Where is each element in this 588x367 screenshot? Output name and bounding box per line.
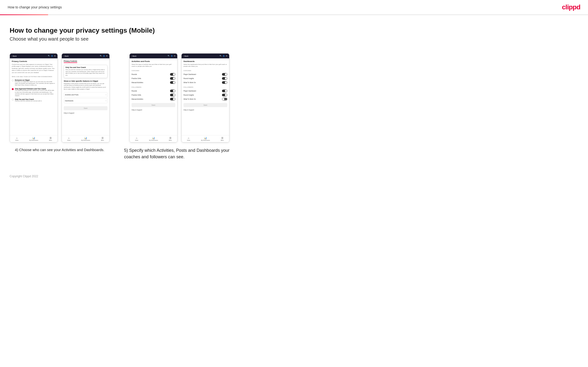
followers-work-on-label: What To Work On <box>183 98 196 100</box>
nav-performance-label-2: My Performance <box>81 140 90 141</box>
phone-4-title: Dashboards <box>183 60 227 62</box>
menu-dashboards[interactable]: Dashboards › <box>64 98 107 103</box>
coaches-work-on-toggle[interactable] <box>222 81 227 84</box>
phone-3-body: Activities and Posts Select the types of… <box>130 58 177 135</box>
nav-home-label-4: Home <box>187 140 190 141</box>
nav-menu-1[interactable]: ☰ Menu <box>49 137 52 141</box>
back-label-2: Back <box>65 55 69 57</box>
phone-1-bottom-nav: ⌂ Home 📊 My Performance ☰ Menu <box>10 135 58 142</box>
radio-followers-desc: Only approved followers and coaches you … <box>15 90 56 97</box>
followers-rounds-toggle[interactable] <box>170 90 175 92</box>
nav-menu-label-4: Menu <box>221 140 224 141</box>
show-hide-title: Show or hide specific features in Clippd <box>64 80 107 82</box>
followers-player-dash-toggle[interactable] <box>222 90 227 92</box>
followers-player-dash-label: Player Dashboard <box>183 90 196 92</box>
coaches-manual-toggle[interactable] <box>170 81 175 84</box>
nav-home-4[interactable]: ⌂ Home <box>187 137 190 141</box>
radio-only-coach[interactable]: Only You and Your Coach Only you and the… <box>12 98 56 103</box>
phone-3: ‹ Back 🔍 👤 ⚙ Activities and Posts Select… <box>129 53 177 142</box>
save-btn-4[interactable]: Save <box>183 103 227 107</box>
coaches-label-3: COACHES <box>131 70 175 71</box>
phone-2-tab[interactable]: Privacy Controls <box>64 60 77 63</box>
coaches-work-on-label: What To Work On <box>183 82 196 83</box>
back-chevron-icon-3: ‹ <box>131 55 132 57</box>
nav-home-label-1: Home <box>15 140 18 141</box>
coaches-rounds-toggle[interactable] <box>170 73 175 76</box>
nav-performance-4[interactable]: 📊 My Performance <box>201 137 210 141</box>
radio-everyone-title: Everyone on Clippd <box>15 79 56 81</box>
followers-work-on-toggle[interactable] <box>222 98 227 100</box>
followers-label-4: FOLLOWERS <box>183 86 227 88</box>
followers-drills-toggle[interactable] <box>170 94 175 96</box>
followers-manual-toggle[interactable] <box>170 98 175 100</box>
radio-everyone-desc: Everyone on Clippd can search for you an… <box>15 81 56 86</box>
phone-4-back: ‹ Back <box>183 55 188 57</box>
phone-3-bottom-nav: ⌂ Home 📊 My Performance ☰ Menu <box>130 135 177 142</box>
show-hide-desc: Regardless of the privacy controls that … <box>64 83 107 90</box>
home-icon-3: ⌂ <box>136 137 137 139</box>
nav-performance-1[interactable]: 📊 My Performance <box>29 137 38 141</box>
home-icon-1: ⌂ <box>16 137 17 139</box>
radio-followers-title: Only Approved Followers and Your Coach <box>15 88 56 90</box>
followers-round-insights-label: Round Insights <box>183 94 194 96</box>
nav-home-2[interactable]: ⌂ Home <box>67 137 70 141</box>
phone-1-back: ‹ Back <box>12 55 17 57</box>
nav-menu-2[interactable]: ☰ Menu <box>101 137 104 141</box>
back-chevron-icon: ‹ <box>12 55 12 57</box>
top-bar: How to change your privacy settings clip… <box>0 0 588 15</box>
followers-rounds-label: Rounds <box>131 90 137 92</box>
screenshots-container: ‹ Back 🔍 👤 ⚙ Privacy Controls Control ho… <box>10 53 578 160</box>
coaches-drills-label: Practice Drills <box>131 78 141 79</box>
coaches-round-insights-toggle[interactable] <box>222 77 227 80</box>
page-heading: How to change your privacy settings (Mob… <box>10 27 578 34</box>
nav-menu-3[interactable]: ☰ Menu <box>169 137 172 141</box>
save-btn-3[interactable]: Save <box>131 103 175 107</box>
radio-circle-everyone <box>12 80 14 81</box>
main-content: How to change your privacy settings (Mob… <box>0 15 588 170</box>
nav-menu-label-1: Menu <box>49 140 52 141</box>
followers-round-insights-toggle[interactable] <box>222 94 227 96</box>
phones-pair-right: ‹ Back 🔍 👤 ⚙ Activities and Posts Select… <box>129 53 229 142</box>
coaches-player-dash-label: Player Dashboard <box>183 74 196 75</box>
caption-right-text: 5) Specify which Activities, Posts and D… <box>124 148 229 159</box>
nav-home-1[interactable]: ⌂ Home <box>15 137 18 141</box>
popup-desc: Only you and the coaches you connect wit… <box>65 69 106 76</box>
nav-performance-label-3: My Performance <box>149 140 158 141</box>
chart-icon-4: 📊 <box>204 137 207 139</box>
phone-1-section-title: Privacy Controls <box>12 60 56 62</box>
menu-dashboards-label: Dashboards <box>65 100 73 102</box>
followers-manual-row: Manual Activities <box>131 97 175 101</box>
radio-circle-followers-coach <box>12 88 14 90</box>
coaches-drills-row: Practice Drills <box>131 76 175 80</box>
coaches-drills-toggle[interactable] <box>170 77 175 80</box>
search-icon-2: 🔍 <box>100 55 102 57</box>
settings-icon-2: ⚙ <box>106 55 107 57</box>
footer: Copyright Clippd 2022 <box>0 170 588 183</box>
save-btn-2[interactable]: Save <box>64 106 107 110</box>
logo: clippd <box>562 3 580 11</box>
followers-round-insights-row: Round Insights <box>183 93 227 97</box>
person-icon-3: 👤 <box>171 55 173 57</box>
menu-activities-arrow: › <box>106 94 106 96</box>
radio-everyone[interactable]: Everyone on Clippd Everyone on Clippd ca… <box>12 78 56 87</box>
nav-performance-2[interactable]: 📊 My Performance <box>81 137 90 141</box>
phone-2-back: ‹ Back <box>64 55 69 57</box>
coaches-player-dash-toggle[interactable] <box>222 73 227 76</box>
nav-menu-4[interactable]: ☰ Menu <box>221 137 224 141</box>
phone-2-icons: 🔍 👤 ⚙ <box>100 55 107 57</box>
radio-followers-coach[interactable]: Only Approved Followers and Your Coach O… <box>12 87 56 98</box>
help-support-4: Help & Support <box>183 109 227 111</box>
nav-performance-3[interactable]: 📊 My Performance <box>149 137 158 141</box>
left-section: ‹ Back 🔍 👤 ⚙ Privacy Controls Control ho… <box>10 53 110 153</box>
phone-1-header: ‹ Back 🔍 👤 ⚙ <box>10 54 58 58</box>
caption-left-text: 4) Choose who can see your Activities an… <box>15 148 104 152</box>
settings-icon-3: ⚙ <box>174 55 175 57</box>
nav-home-3[interactable]: ⌂ Home <box>135 137 138 141</box>
radio-only-coach-title: Only You and Your Coach <box>15 99 42 100</box>
phone-3-back: ‹ Back <box>131 55 136 57</box>
search-icon-3: 🔍 <box>168 55 170 57</box>
coaches-label-4: COACHES <box>183 70 227 71</box>
menu-activities[interactable]: Activities and Posts › <box>64 92 107 97</box>
back-chevron-icon-4: ‹ <box>183 55 184 57</box>
person-icon: 👤 <box>51 55 53 57</box>
